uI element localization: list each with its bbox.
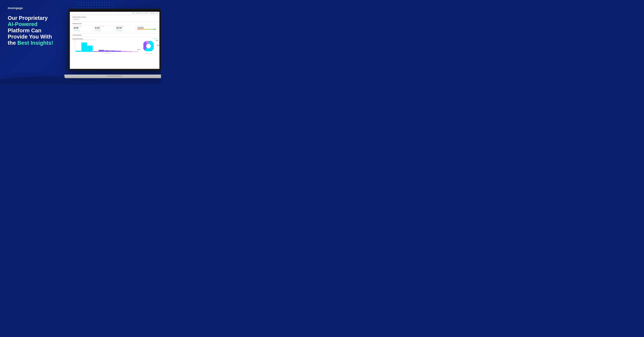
metric-card-quality: Prediction quality ● Excellent 0 87.9 xyxy=(136,25,157,32)
bars-container xyxy=(75,41,139,52)
bar-50-60 xyxy=(110,50,116,52)
pie-label-high: 9.65% High xyxy=(156,40,158,42)
bar-group-10-20 xyxy=(87,41,92,52)
x-label-20-30: 20 / 30 xyxy=(93,52,98,52)
prediction-overview-section: Prediction overview Users with high prop… xyxy=(71,22,158,33)
pie-chart: 9.65% High 28.45% Medium xyxy=(143,41,154,51)
bar-group-40-50 xyxy=(104,41,110,52)
metric-label-medium: Users with medium propensity xyxy=(95,26,113,27)
metric-sub-high: Propensity > 70% xyxy=(74,29,92,30)
pie-chart-title: User distribution by category xyxy=(144,53,152,54)
date-selector[interactable]: 22 Sep 2021 ▾ xyxy=(72,18,80,20)
x-label-0-10: 0 - 10 xyxy=(81,52,87,52)
chevron-down-icon-help: ▾ xyxy=(155,12,155,14)
laptop-bezel: Live Demo Account - E-commerce ▾ ? Need … xyxy=(69,10,160,70)
overview-title: Prediction overview xyxy=(72,23,157,24)
download-icon: ⬇ xyxy=(152,38,153,39)
metric-card-medium: Users with medium propensity 85.16K Prop… xyxy=(94,25,114,32)
bar-10-20 xyxy=(87,46,92,52)
bar-60-70 xyxy=(116,51,121,52)
bar-0-10 xyxy=(82,42,87,52)
date-value: 22 Sep 2021 xyxy=(73,19,78,20)
create-campaign-link-low[interactable]: + Create campaign xyxy=(116,30,134,31)
pie-label-medium: 28.45% Medium xyxy=(157,45,160,46)
metric-card-high: Users with high propensity 28.90K Propen… xyxy=(72,25,93,32)
metric-label-quality: Prediction quality ● xyxy=(138,26,156,27)
headline-line1: Our Proprietary xyxy=(8,15,60,21)
x-label-neg10-0: -10 - 0 xyxy=(76,52,81,52)
logo[interactable]: moengage xyxy=(8,6,60,10)
create-campaign-link-medium[interactable]: + Create campaign xyxy=(95,30,113,31)
account-name: Demo Account - E-commerce xyxy=(136,12,148,14)
headline-line3: Platform Can xyxy=(8,28,60,34)
bar-group-30-40 xyxy=(98,41,104,52)
bar-group-50-60 xyxy=(110,41,116,52)
bar-chart: 125k 100k 75k 50k 25k 0 xyxy=(72,41,139,54)
y-label-75k: 75k xyxy=(74,45,75,46)
live-status-dot xyxy=(132,13,133,14)
metric-value-quality: Excellent xyxy=(138,27,156,28)
live-indicator: Live xyxy=(132,12,135,14)
bar-80-90 xyxy=(127,51,133,52)
y-label-100k: 100k xyxy=(74,43,75,44)
live-label: Live xyxy=(134,12,135,14)
quality-indicator xyxy=(155,28,156,29)
propensity-title: Propensity distribution xyxy=(72,38,96,40)
metric-label-high: Users with high propensity xyxy=(74,26,92,27)
laptop-base xyxy=(64,74,161,78)
avatar-letter: A xyxy=(157,12,157,14)
headline-line5: the Best Insights! xyxy=(8,40,60,46)
chevron-down-icon-date: ▾ xyxy=(78,19,79,20)
y-label-125k: 125k xyxy=(74,41,75,42)
x-label-10-20: 10 - 20 xyxy=(87,52,92,52)
metric-sub-low: Propensity < 30% xyxy=(116,29,134,30)
propensity-header: Propensity distribution Propensity distr… xyxy=(72,38,157,40)
screen-main: Prediction details for instance 22 Sep 2… xyxy=(70,14,160,69)
recommendations-title: ▶ Recommendations xyxy=(72,34,157,36)
user-avatar[interactable]: A xyxy=(156,12,158,14)
help-button[interactable]: ? Need help ▾ xyxy=(150,12,155,14)
logo-text: moengage xyxy=(8,6,60,10)
x-label-30-40: 30 - 40 xyxy=(98,52,104,52)
bar-group-0-10 xyxy=(82,41,87,52)
bar-neg10-0 xyxy=(76,51,81,52)
bar-group-60-70 xyxy=(116,41,121,52)
medium-label: Medium xyxy=(157,46,160,46)
headline-line4: Provide You With xyxy=(8,34,60,40)
create-campaign-link-high[interactable]: + Create campaign xyxy=(74,30,92,31)
screen-topbar: Live Demo Account - E-commerce ▾ ? Need … xyxy=(70,12,160,14)
recommendations-label: Recommendations xyxy=(74,35,82,36)
pie-label-low: 61.90% Low xyxy=(138,49,140,50)
x-labels-row: -10 - 0 0 - 10 10 - 20 20 / 30 30 - 40 4… xyxy=(75,52,139,52)
bar-40-50 xyxy=(104,50,110,52)
quality-bar xyxy=(138,29,156,30)
download-label: Download xyxy=(154,38,157,39)
bar-20-30 xyxy=(93,51,98,52)
recommendations-section[interactable]: ▶ Recommendations xyxy=(71,34,158,36)
logo-wordmark: moengage xyxy=(8,6,23,10)
metric-label-low: Users with low propensity xyxy=(116,26,134,27)
headline: Our Proprietary AI-Powered Platform Can … xyxy=(8,15,60,46)
chevron-down-icon: ▾ xyxy=(148,12,149,14)
help-text: Need help xyxy=(150,12,154,14)
bar-30-40 xyxy=(98,50,104,52)
bar-group-70-80 xyxy=(122,41,127,52)
bar-group-80-90 xyxy=(127,41,133,52)
low-label: Low xyxy=(138,50,140,50)
x-label-70-80: 70 - 80 xyxy=(122,52,127,52)
download-button[interactable]: ⬇ Download xyxy=(152,38,157,39)
bar-group-20-30 xyxy=(93,41,98,52)
propensity-subtitle: Propensity distribution chart showcases … xyxy=(72,40,96,40)
page-wrapper: // dots inline via repetition xyxy=(0,0,161,84)
laptop-body: Live Demo Account - E-commerce ▾ ? Need … xyxy=(68,9,161,70)
laptop-camera xyxy=(114,10,115,11)
x-axis-label: Propensity to achieve goal xyxy=(75,53,139,54)
bar-group-neg10-0 xyxy=(76,41,81,52)
metric-sub-medium: Propensity: 30% – 70% xyxy=(95,29,113,30)
account-selector[interactable]: Demo Account - E-commerce ▾ xyxy=(136,12,149,14)
y-label-0: 0 xyxy=(74,51,75,52)
x-label-80-90: 80 - 90 xyxy=(127,52,133,52)
metric-value-low: 185.33K xyxy=(116,27,134,29)
x-label-50-60: 50 - 60 xyxy=(110,52,116,52)
propensity-titles: Propensity distribution Propensity distr… xyxy=(72,38,96,40)
